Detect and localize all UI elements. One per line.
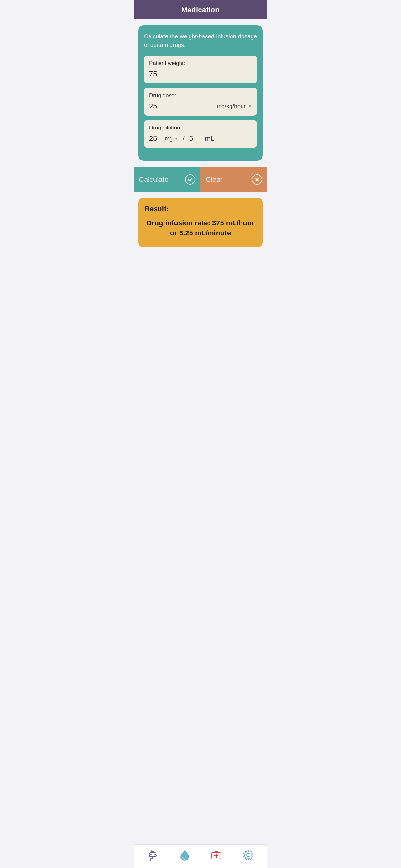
dilution-separator: / — [183, 134, 185, 143]
dose-unit-chevron: ▼ — [248, 104, 252, 108]
calculate-button-label: Calculate — [139, 175, 168, 184]
dilution-amount-unit-chevron: ▼ — [174, 136, 178, 141]
clear-button[interactable]: Clear — [201, 167, 267, 192]
drug-dilution-field[interactable]: Drug dilution: 25 mg ▼ / 5 mL — [144, 120, 257, 148]
drug-dose-label: Drug dose: — [149, 92, 252, 99]
dose-row: 25 mg/kg/hour ▼ — [149, 102, 252, 111]
patient-weight-field[interactable]: Patient weight: 75 — [144, 56, 257, 83]
dose-unit-dropdown[interactable]: mg/kg/hour ▼ — [217, 103, 252, 110]
dilution-amount-unit-label: mg — [165, 135, 173, 142]
drug-dose-field[interactable]: Drug dose: 25 mg/kg/hour ▼ — [144, 88, 257, 116]
patient-weight-value[interactable]: 75 — [149, 70, 157, 78]
result-value: Drug infusion rate: 375 mL/hour or 6.25 … — [145, 218, 256, 238]
action-buttons-row: Calculate Clear — [134, 167, 267, 192]
calculator-card: Calculate the weight-based infusion dosa… — [138, 25, 263, 161]
dilution-row: 25 mg ▼ / 5 mL — [149, 134, 252, 143]
header-title: Medication — [181, 6, 220, 14]
calculate-button[interactable]: Calculate — [134, 167, 201, 192]
drug-dose-value[interactable]: 25 — [149, 102, 157, 111]
patient-weight-label: Patient weight: — [149, 60, 252, 66]
drug-dilution-label: Drug dilution: — [149, 125, 252, 131]
main-content: Calculate the weight-based infusion dosa… — [134, 20, 267, 167]
calculate-check-icon — [185, 175, 195, 185]
description-text: Calculate the weight-based infusion dosa… — [144, 32, 257, 49]
dilution-amount-unit-dropdown[interactable]: mg ▼ — [165, 135, 178, 142]
result-card: Result: Drug infusion rate: 375 mL/hour … — [138, 197, 263, 247]
result-heading: Result: — [145, 205, 256, 213]
dose-unit-label: mg/kg/hour — [217, 103, 246, 110]
dilution-volume-unit: mL — [205, 134, 215, 143]
clear-button-label: Clear — [206, 175, 223, 184]
app-header: Medication — [134, 0, 267, 20]
dilution-volume[interactable]: 5 — [189, 134, 202, 143]
clear-x-icon — [252, 175, 262, 185]
dilution-amount[interactable]: 25 — [149, 134, 162, 143]
